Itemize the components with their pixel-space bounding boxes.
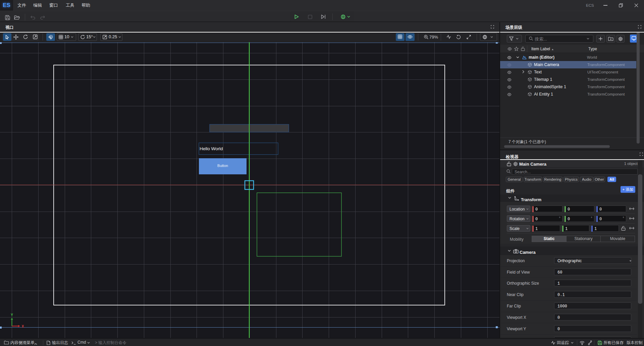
svg-text:Hello World: Hello World (200, 146, 223, 151)
svg-text:Button: Button (217, 164, 228, 168)
svg-text:Y: Y (11, 313, 13, 317)
svg-text:X: X (21, 324, 24, 328)
